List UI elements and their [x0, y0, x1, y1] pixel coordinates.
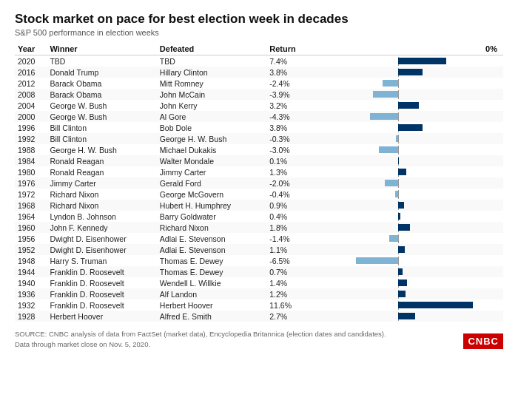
cell-return: -3.0%: [266, 144, 317, 155]
source-text: SOURCE: CNBC analysis of data from FactS…: [15, 329, 386, 349]
cell-bar: [317, 244, 503, 255]
cell-defeated: Michael Dukakis: [157, 144, 266, 155]
cell-year: 1948: [15, 255, 47, 266]
cell-return: 1.3%: [266, 166, 317, 177]
cell-year: 2008: [15, 89, 47, 100]
table-row: 1976 Jimmy Carter Gerald Ford -2.0%: [15, 177, 503, 189]
cell-defeated: George McGovern: [157, 189, 266, 200]
cell-defeated: Gerald Ford: [157, 177, 266, 189]
table-row: 1980 Ronald Reagan Jimmy Carter 1.3%: [15, 166, 503, 177]
cell-year: 1992: [15, 133, 47, 144]
cell-winner: George W. Bush: [47, 100, 156, 111]
table-row: 1972 Richard Nixon George McGovern -0.4%: [15, 189, 503, 200]
cell-winner: Ronald Reagan: [47, 166, 156, 177]
cell-bar: [317, 144, 503, 155]
table-header: Year Winner Defeated Return 0%: [15, 43, 503, 55]
cell-winner: Richard Nixon: [47, 189, 156, 200]
cell-return: 0.4%: [266, 211, 317, 222]
col-bar: 0%: [317, 43, 503, 55]
cell-bar: [317, 266, 503, 277]
cell-winner: Bill Clinton: [47, 122, 156, 133]
cell-defeated: Richard Nixon: [157, 222, 266, 233]
cell-winner: Franklin D. Roosevelt: [47, 266, 156, 277]
cell-defeated: Alf Landon: [157, 288, 266, 299]
table-row: 1932 Franklin D. Roosevelt Herbert Hoove…: [15, 299, 503, 311]
table-row: 2016 Donald Trump Hillary Clinton 3.8%: [15, 67, 503, 78]
cell-return: 1.2%: [266, 288, 317, 299]
table-body: 2020 TBD TBD 7.4% 2016 Donald Trump Hill…: [15, 55, 503, 322]
cell-defeated: TBD: [157, 55, 266, 67]
table-row: 2000 George W. Bush Al Gore -4.3%: [15, 111, 503, 122]
table-row: 1992 Bill Clinton George H. W. Bush -0.3…: [15, 133, 503, 144]
cell-winner: Jimmy Carter: [47, 177, 156, 189]
cell-bar: [317, 233, 503, 244]
cell-bar: [317, 100, 503, 111]
cell-winner: Richard Nixon: [47, 200, 156, 211]
cell-winner: Dwight D. Eisenhower: [47, 244, 156, 255]
cell-year: 1944: [15, 266, 47, 277]
cell-return: 2.7%: [266, 311, 317, 322]
cell-winner: Lyndon B. Johnson: [47, 211, 156, 222]
cell-year: 1996: [15, 122, 47, 133]
table-row: 1944 Franklin D. Roosevelt Thomas E. Dew…: [15, 266, 503, 277]
cell-year: 2000: [15, 111, 47, 122]
data-table: Year Winner Defeated Return 0% 2020 TBD …: [15, 43, 503, 322]
table-row: 1928 Herbert Hoover Alfred E. Smith 2.7%: [15, 311, 503, 322]
cell-bar: [317, 189, 503, 200]
cell-return: 1.4%: [266, 277, 317, 288]
cell-year: 1960: [15, 222, 47, 233]
table-row: 1996 Bill Clinton Bob Dole 3.8%: [15, 122, 503, 133]
cell-defeated: Thomas E. Dewey: [157, 255, 266, 266]
cell-return: 1.1%: [266, 244, 317, 255]
cell-return: -3.9%: [266, 89, 317, 100]
cell-return: -2.0%: [266, 177, 317, 189]
cell-year: 1956: [15, 233, 47, 244]
cell-return: 7.4%: [266, 55, 317, 67]
table-row: 1960 John F. Kennedy Richard Nixon 1.8%: [15, 222, 503, 233]
col-return: Return: [266, 43, 317, 55]
cell-bar: [317, 211, 503, 222]
cell-defeated: Hillary Clinton: [157, 67, 266, 78]
cell-defeated: Barry Goldwater: [157, 211, 266, 222]
cell-winner: Franklin D. Roosevelt: [47, 277, 156, 288]
cell-return: 0.7%: [266, 266, 317, 277]
cell-bar: [317, 288, 503, 299]
table-row: 1948 Harry S. Truman Thomas E. Dewey -6.…: [15, 255, 503, 266]
cell-bar: [317, 155, 503, 166]
col-winner: Winner: [47, 43, 156, 55]
cell-bar: [317, 177, 503, 189]
cell-return: 11.6%: [266, 299, 317, 311]
cell-defeated: Wendell L. Willkie: [157, 277, 266, 288]
table-row: 1984 Ronald Reagan Walter Mondale 0.1%: [15, 155, 503, 166]
cell-return: -6.5%: [266, 255, 317, 266]
table-row: 2012 Barack Obama Mitt Romney -2.4%: [15, 78, 503, 89]
cell-return: 0.9%: [266, 200, 317, 211]
cell-return: 3.8%: [266, 67, 317, 78]
cell-bar: [317, 166, 503, 177]
table-row: 1964 Lyndon B. Johnson Barry Goldwater 0…: [15, 211, 503, 222]
cell-defeated: John McCain: [157, 89, 266, 100]
cell-winner: John F. Kennedy: [47, 222, 156, 233]
table-row: 1968 Richard Nixon Hubert H. Humphrey 0.…: [15, 200, 503, 211]
table-row: 1936 Franklin D. Roosevelt Alf Landon 1.…: [15, 288, 503, 299]
cell-bar: [317, 78, 503, 89]
cell-year: 1952: [15, 244, 47, 255]
cell-return: -2.4%: [266, 78, 317, 89]
cell-winner: Ronald Reagan: [47, 155, 156, 166]
table-row: 1952 Dwight D. Eisenhower Adlai E. Steve…: [15, 244, 503, 255]
cell-year: 1976: [15, 177, 47, 189]
cell-bar: [317, 200, 503, 211]
cell-year: 2012: [15, 78, 47, 89]
cell-defeated: Jimmy Carter: [157, 166, 266, 177]
cell-bar: [317, 277, 503, 288]
col-defeated: Defeated: [157, 43, 266, 55]
cell-bar: [317, 89, 503, 100]
cell-defeated: Herbert Hoover: [157, 299, 266, 311]
cell-bar: [317, 67, 503, 78]
cell-year: 1928: [15, 311, 47, 322]
cell-winner: Franklin D. Roosevelt: [47, 288, 156, 299]
cell-return: 3.8%: [266, 122, 317, 133]
cell-defeated: Hubert H. Humphrey: [157, 200, 266, 211]
cnbc-brand: CNBC: [463, 333, 503, 349]
cell-year: 1964: [15, 211, 47, 222]
